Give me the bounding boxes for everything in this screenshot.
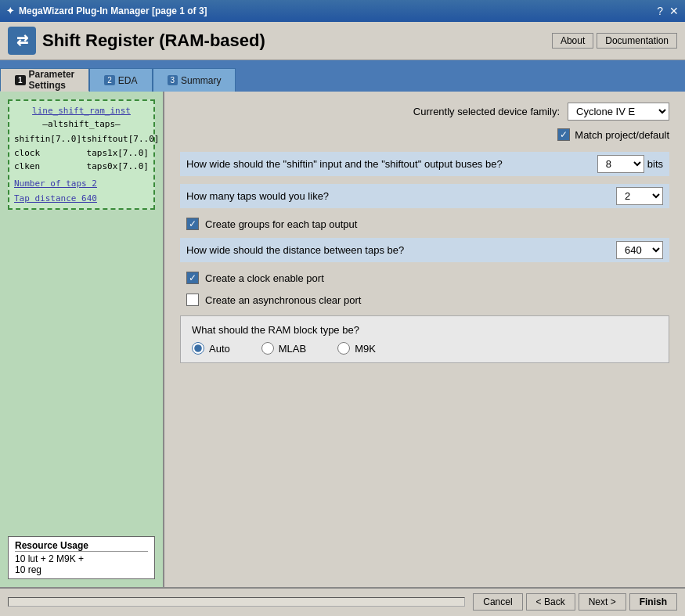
documentation-button[interactable]: Documentation [597,33,677,49]
bus-width-unit: bits [647,158,663,170]
diagram-right-1: tshiftout[7..0] [81,132,159,146]
radio-mlab-label: MLAB [279,343,306,355]
device-family-row: Currently selected device family: Cyclon… [180,103,669,121]
taps-label: How many taps would you like? [186,190,616,202]
radio-auto-label: Auto [209,343,230,355]
device-family-label: Currently selected device family: [413,106,560,117]
match-checkbox[interactable]: ✓ [557,128,570,141]
about-button[interactable]: About [552,33,593,49]
async-clear-checkbox[interactable] [186,294,199,306]
device-family-select[interactable]: Cyclone IV E [568,103,669,121]
radio-m9k: M9K [337,342,376,355]
match-row: ✓ Match project/default [180,128,669,141]
async-clear-row: Create an asynchronous clear port [180,292,669,308]
resource-line1: 10 lut + 2 M9K + [15,553,148,564]
bus-width-control: 8 bits [597,155,663,173]
cancel-button[interactable]: Cancel [473,593,522,611]
create-groups-row: ✓ Create groups for each tap output [180,216,669,232]
diagram-left-2: clock [14,146,40,160]
tap-distance-row: How wide should the distance between tap… [180,238,669,262]
title-bar-left: ✦ MegaWizard Plug-In Manager [page 1 of … [6,5,207,16]
finish-button[interactable]: Finish [629,593,677,611]
tab-label-3: Summary [181,75,221,86]
nav-buttons: Cancel < Back Next > Finish [473,593,677,611]
tabs-bar: 1 ParameterSettings 2 EDA 3 Summary [0,62,685,92]
diagram-note2: Tap distance 640 [14,193,149,204]
taps-row: How many taps would you like? 2 [180,184,669,208]
tab-number-1: 1 [15,75,26,85]
tab-summary[interactable]: 3 Summary [153,68,236,92]
header-title-area: ⇄ Shift Register (RAM-based) [8,27,265,55]
close-button[interactable]: ✕ [669,5,679,17]
async-clear-label: Create an asynchronous clear port [205,294,361,306]
diagram-row-2: clock taps1x[7..0] [14,146,149,160]
diagram-subtitle: —altshift_taps— [14,119,149,129]
next-button[interactable]: Next > [579,593,626,611]
create-groups-checkbox[interactable]: ✓ [186,218,199,230]
tab-number-3: 3 [168,75,178,85]
tap-distance-select[interactable]: 640 [616,241,663,259]
taps-select[interactable]: 2 [616,187,663,205]
help-button[interactable]: ? [657,5,663,17]
main-content: line_shift_ram_inst —altshift_taps— shif… [0,92,685,587]
bus-width-label: How wide should the "shiftin" input and … [186,158,597,170]
resource-box: Resource Usage 10 lut + 2 M9K + 10 reg [8,536,155,579]
clock-enable-checkbox[interactable]: ✓ [186,272,199,284]
taps-control: 2 [616,187,663,205]
tap-distance-label: How wide should the distance between tap… [186,244,616,256]
ram-radio-row: Auto MLAB M9K [192,342,658,355]
resource-title: Resource Usage [15,540,148,552]
diagram-row-1: shiftin[7..0] tshiftout[7..0] [14,132,149,146]
header: ⇄ Shift Register (RAM-based) About Docum… [0,22,685,60]
radio-mlab: MLAB [261,342,306,355]
ram-block-label: What should the RAM block type be? [192,324,658,336]
diagram-right-2: taps1x[7..0] [87,146,149,160]
match-checkbox-label: Match project/default [575,129,669,141]
radio-m9k-input[interactable] [337,342,350,355]
diagram-note1: Number of taps 2 [14,178,149,189]
tab-eda[interactable]: 2 EDA [89,68,152,92]
radio-auto: Auto [192,342,230,355]
bottom-bar: Cancel < Back Next > Finish [0,587,685,615]
page-title: Shift Register (RAM-based) [42,31,265,51]
resource-line2: 10 reg [15,564,148,575]
radio-mlab-input[interactable] [261,342,274,355]
right-panel: Currently selected device family: Cyclon… [164,92,685,587]
horizontal-scrollbar[interactable] [8,597,465,607]
diagram-right-3: taps0x[7..0] [87,160,149,174]
ram-section: What should the RAM block type be? Auto … [180,315,669,363]
clock-enable-label: Create a clock enable port [205,272,324,284]
diagram-row-3: clken taps0x[7..0] [14,160,149,174]
title-bar: ✦ MegaWizard Plug-In Manager [page 1 of … [0,0,685,22]
app-icon: ✦ [6,5,14,16]
clock-enable-row: ✓ Create a clock enable port [180,270,669,286]
header-icon: ⇄ [8,27,36,55]
diagram-left-3: clken [14,160,40,174]
create-groups-label: Create groups for each tap output [205,218,357,230]
back-button[interactable]: < Back [526,593,575,611]
header-buttons: About Documentation [552,33,677,49]
radio-m9k-label: M9K [355,343,376,355]
tab-label-2: EDA [118,75,138,86]
bus-width-row: How wide should the "shiftin" input and … [180,152,669,176]
diagram-box: line_shift_ram_inst —altshift_taps— shif… [8,99,155,210]
title-bar-controls: ? ✕ [657,5,679,17]
radio-auto-input[interactable] [192,342,204,355]
diagram-left-1: shiftin[7..0] [14,132,81,146]
left-panel: line_shift_ram_inst —altshift_taps— shif… [0,92,164,587]
tap-distance-control: 640 [616,241,663,259]
window-title: MegaWizard Plug-In Manager [page 1 of 3] [19,5,207,16]
tab-parameter-settings[interactable]: 1 ParameterSettings [0,68,89,92]
tab-label-1: ParameterSettings [29,69,75,91]
diagram-title: line_shift_ram_inst [14,106,149,116]
bus-width-select[interactable]: 8 [597,155,644,173]
tab-number-2: 2 [104,75,115,85]
